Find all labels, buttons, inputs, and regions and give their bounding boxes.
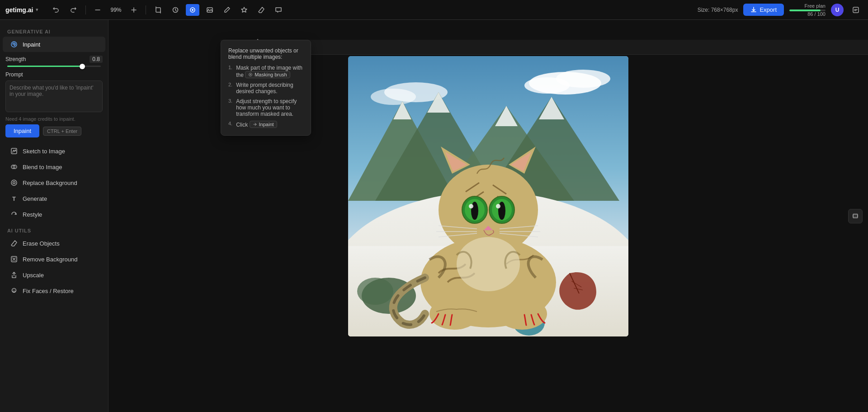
redo-button[interactable] <box>66 4 80 16</box>
masking-chip: Masking brush <box>245 71 290 78</box>
free-plan-label: Free plan <box>805 3 826 9</box>
tooltip-step-2: 2. Write prompt describing desired chang… <box>228 82 303 95</box>
sidebar-item-fix-faces[interactable]: Fix Faces / Restore <box>3 283 105 298</box>
image-button[interactable] <box>203 4 217 16</box>
zoom-level: 99% <box>108 7 124 13</box>
sidebar-item-upscale[interactable]: Upscale <box>3 267 105 283</box>
svg-rect-74 <box>853 215 858 218</box>
tooltip-list: 1. Mask part of the image with the Maski… <box>228 65 303 128</box>
zoom-in-button[interactable] <box>127 5 140 15</box>
slider-fill <box>7 66 82 67</box>
undo-button[interactable] <box>49 4 63 16</box>
strength-slider[interactable] <box>5 66 103 67</box>
eraser-button[interactable] <box>255 4 268 16</box>
generate-icon: T <box>10 194 18 203</box>
header-right: Size: 768×768px Export Free plan 86 / 10… <box>698 3 863 17</box>
blend-to-image-label: Blend to Image <box>23 164 62 170</box>
body: Generative AI Inpaint Strength 0.8 Promp… <box>0 20 868 412</box>
sidebar-item-replace-background[interactable]: Replace Background <box>3 175 105 190</box>
svg-point-60 <box>469 204 473 208</box>
upscale-icon <box>10 271 18 279</box>
generate-label: Generate <box>23 195 47 202</box>
canvas-toolbar: 64 <box>221 40 868 55</box>
export-button[interactable]: Export <box>743 4 784 16</box>
canvas-image-container <box>348 56 628 336</box>
sidebar-item-erase-objects[interactable]: Erase Objects <box>3 236 105 251</box>
ai-utils-section-label: AI Utils <box>0 224 108 235</box>
restyle-icon <box>10 210 18 218</box>
credits-note: Need 4 image credits to inpaint. <box>5 116 103 122</box>
zoom-out-button[interactable] <box>91 5 104 15</box>
strength-row: Strength 0.8 <box>5 56 103 63</box>
svg-point-15 <box>14 44 15 45</box>
tooltip-step-1: 1. Mask part of the image with the Maski… <box>228 65 303 78</box>
inpaint-button[interactable]: Inpaint <box>5 124 39 137</box>
logo-text: getimg.ai <box>5 6 33 14</box>
strength-label: Strength <box>5 56 26 62</box>
sidebar-item-blend-to-image[interactable]: Blend to Image <box>3 159 105 175</box>
right-panel <box>848 209 863 223</box>
slider-track <box>7 66 101 67</box>
svg-point-71 <box>429 298 479 330</box>
divider-2 <box>146 5 146 14</box>
fix-faces-label: Fix Faces / Restore <box>23 288 74 294</box>
history-button[interactable] <box>169 4 182 16</box>
size-label: Size: 768×768px <box>698 7 738 13</box>
svg-point-72 <box>497 298 547 330</box>
shape-button[interactable] <box>237 4 251 16</box>
brush-button[interactable] <box>186 4 199 16</box>
replace-bg-icon <box>10 179 18 187</box>
blend-icon <box>10 163 18 171</box>
export-label: Export <box>760 6 777 13</box>
free-plan-area: Free plan 86 / 100 <box>789 3 826 17</box>
sidebar: Generative AI Inpaint Strength 0.8 Promp… <box>0 20 108 412</box>
replace-background-label: Replace Background <box>23 180 77 186</box>
tooltip-step-4: 4. Click Inpaint <box>228 121 303 128</box>
inpaint-label: Inpaint <box>23 41 40 48</box>
fix-faces-icon <box>10 287 18 295</box>
sketch-icon <box>10 147 18 155</box>
upscale-label: Upscale <box>23 272 44 279</box>
svg-point-30 <box>524 77 570 94</box>
erase-objects-label: Erase Objects <box>23 240 60 247</box>
tooltip-step-3: 3. Adjust strength to specify how much y… <box>228 98 303 117</box>
sidebar-item-inpaint[interactable]: Inpaint <box>3 37 105 52</box>
inpaint-panel: Strength 0.8 Prompt Need 4 image credits… <box>0 56 108 143</box>
tooltip-title: Replace unwanted objects or blend multip… <box>228 47 303 60</box>
sidebar-item-remove-background[interactable]: Remove Background <box>3 251 105 267</box>
cat-illustration <box>348 56 628 336</box>
pen-button[interactable] <box>220 4 234 16</box>
svg-point-23 <box>13 290 14 291</box>
svg-point-32 <box>371 89 416 105</box>
svg-point-19 <box>11 180 17 185</box>
inpaint-step-chip: Inpaint <box>250 121 277 128</box>
svg-rect-11 <box>853 7 859 13</box>
svg-point-44 <box>357 278 393 305</box>
generative-ai-section-label: Generative AI <box>0 25 108 36</box>
prompt-label: Prompt <box>5 71 103 78</box>
svg-point-61 <box>496 204 500 208</box>
sidebar-item-generate[interactable]: T Generate <box>3 191 105 206</box>
crop-button[interactable] <box>151 4 165 16</box>
prompt-textarea[interactable] <box>5 81 103 112</box>
sketch-to-image-label: Sketch to Image <box>23 148 65 155</box>
layers-button[interactable] <box>848 209 863 223</box>
svg-point-24 <box>14 290 15 291</box>
sidebar-item-restyle[interactable]: Restyle <box>3 207 105 222</box>
strength-value: 0.8 <box>90 56 103 63</box>
svg-rect-75 <box>853 214 858 217</box>
svg-point-20 <box>13 182 15 184</box>
logo-chevron-icon: ▾ <box>36 7 38 13</box>
logo-area[interactable]: getimg.ai ▾ <box>5 6 38 14</box>
sidebar-item-sketch-to-image[interactable]: Sketch to Image <box>3 143 105 159</box>
comment-button[interactable] <box>272 4 285 16</box>
remove-background-label: Remove Background <box>23 256 77 263</box>
avatar[interactable]: U <box>831 4 844 16</box>
svg-point-73 <box>457 237 520 291</box>
canvas-area: Replace unwanted objects or blend multip… <box>108 20 868 412</box>
slider-thumb <box>80 64 85 69</box>
notifications-button[interactable] <box>849 4 863 16</box>
inpaint-btn-row: Inpaint CTRL + Enter <box>5 124 103 137</box>
tooltip-popup: Replace unwanted objects or blend multip… <box>221 40 311 136</box>
shortcut-badge: CTRL + Enter <box>43 127 81 136</box>
